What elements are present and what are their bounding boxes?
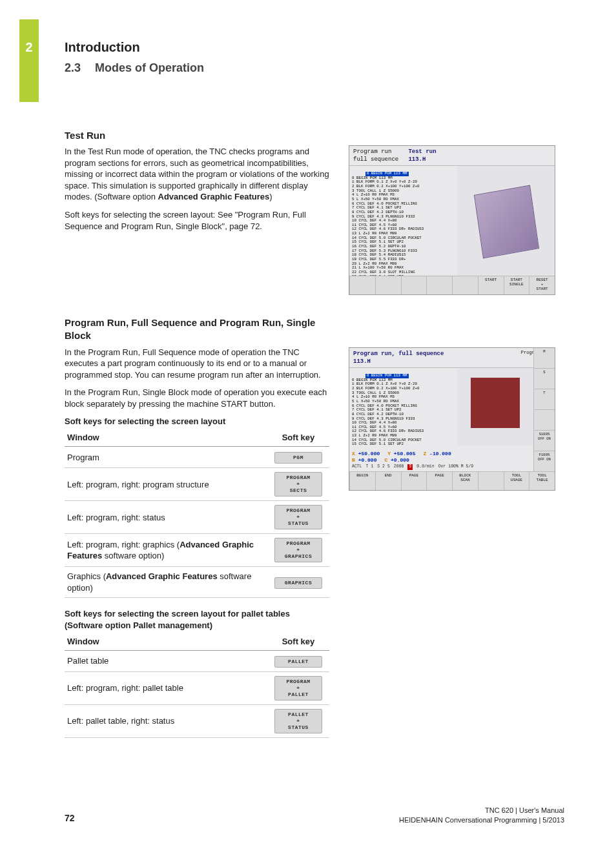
code-lines: 0 BEGIN PGM 113 MM 1 BLK FORM 0.1 Z X+0 … xyxy=(352,378,424,446)
softkey-page-up[interactable]: PAGE xyxy=(401,472,427,490)
side-key-s[interactable]: S xyxy=(534,369,555,389)
softkey-program-pallet[interactable]: PROGRAM + PALLET xyxy=(274,676,322,701)
th-softkey: Soft key xyxy=(267,633,329,651)
chapter-number: 2 xyxy=(19,39,39,56)
section-number: 2.3 xyxy=(65,60,92,76)
table-row: Left: program, right: pallet table PROGR… xyxy=(65,672,329,705)
status-row: ACTL T 1 S 2 5 2000 S 0.0/min Ovr 100% M… xyxy=(349,464,533,471)
softkey-start-single[interactable]: START SINGLE xyxy=(504,276,529,294)
side-key-m[interactable]: M xyxy=(534,348,555,369)
softkey-graphics[interactable]: GRAPHICS xyxy=(274,577,322,589)
mode-label: Program run full sequence xyxy=(353,148,405,163)
section-title: Modes of Operation xyxy=(95,61,204,74)
table-row: Left: program, right: graphics (Advanced… xyxy=(65,534,329,567)
screenshot-program-run: Program run, full sequence 113.H Program… xyxy=(349,347,555,491)
text-bold: Advanced Graphic Features xyxy=(158,192,270,201)
cell-window: Graphics (Advanced Graphic Features soft… xyxy=(65,567,267,598)
table-row: Left: pallet table, right: status PALLET… xyxy=(65,705,329,738)
program-run-para2: In the Program Run, Single Block mode of… xyxy=(65,387,329,409)
softkey-pallet-status[interactable]: PALLET + STATUS xyxy=(274,709,322,733)
softkey-program-status[interactable]: PROGRAM + STATUS xyxy=(274,505,322,529)
softkey-end[interactable]: END xyxy=(375,472,401,490)
softkey-program-graphics[interactable]: PROGRAM + GRAPHICS xyxy=(274,538,322,562)
softkey[interactable] xyxy=(426,276,452,294)
table-row: Left: program, right: status PROGRAM + S… xyxy=(65,501,329,534)
cell-window: Left: program, right: status xyxy=(65,501,267,534)
heading-program-run: Program Run, Full Sequence and Program R… xyxy=(65,316,329,343)
page-header: Introduction 2.3 Modes of Operation xyxy=(65,39,204,76)
softkey-row: BEGIN END PAGE PAGE BLOCK SCAN TOOL USAG… xyxy=(349,471,555,490)
table-pallet-layout: Window Soft key Pallet table PALLET Left… xyxy=(65,633,329,739)
test-run-para1: In the Test Run mode of operation, the T… xyxy=(65,146,329,203)
table-row: Left: program, right: program structure … xyxy=(65,468,329,501)
workpiece-isometric xyxy=(474,185,539,259)
page-footer: 72 TNC 620 | User's Manual HEIDENHAIN Co… xyxy=(65,806,564,824)
th-window: Window xyxy=(65,429,267,447)
cell-window: Left: pallet table, right: status xyxy=(65,705,267,738)
softkey-tool-usage[interactable]: TOOL USAGE xyxy=(504,472,529,490)
screenshot-test-run: Program run full sequence Test run 113.H… xyxy=(349,145,555,295)
softkey-pgm[interactable]: PGM xyxy=(274,452,322,464)
softkey-reset-start[interactable]: RESET + START xyxy=(529,276,555,294)
table2-caption: Soft keys for selecting the screen layou… xyxy=(65,608,329,631)
table-row: Program PGM xyxy=(65,447,329,468)
footer-text: TNC 620 | User's Manual HEIDENHAIN Conve… xyxy=(399,806,564,824)
cell-window: Left: program, right: graphics (Advanced… xyxy=(65,534,267,567)
text: ) xyxy=(269,192,272,201)
softkey-row: START START SINGLE RESET + START xyxy=(349,276,555,294)
side-key-s100[interactable]: S100% OFF ON xyxy=(534,431,555,451)
test-run-para2: Soft keys for selecting the screen layou… xyxy=(65,209,329,232)
side-key-f100[interactable]: F100% OFF ON xyxy=(534,451,555,472)
workpiece-top xyxy=(471,378,519,428)
screenshot-title: Program run, full sequence xyxy=(353,351,444,357)
screenshot-file: 113.H xyxy=(408,156,426,163)
screenshot-titlebar: Program run, full sequence 113.H Program… xyxy=(349,348,555,368)
section-program-run: Program Run, Full Sequence and Program R… xyxy=(65,316,329,748)
cell-window: Pallet table xyxy=(65,651,267,672)
softkey[interactable] xyxy=(478,472,504,490)
softkey-page-down[interactable]: PAGE xyxy=(426,472,452,490)
screenshot-file: 113.H xyxy=(353,358,371,365)
chapter-bar xyxy=(19,19,39,102)
softkey-tool-table[interactable]: TOOL TABLE xyxy=(529,472,555,490)
cell-window: Left: program, right: pallet table xyxy=(65,672,267,705)
softkey-program-sects[interactable]: PROGRAM + SECTS xyxy=(274,472,322,496)
screenshot-title: Test run xyxy=(408,148,436,155)
graphic-top-view xyxy=(457,368,534,445)
graphic-3d-preview: 00:01:50 F MAX xyxy=(457,166,555,282)
side-key[interactable] xyxy=(534,410,555,431)
softkey[interactable] xyxy=(375,276,401,294)
section-heading: 2.3 Modes of Operation xyxy=(65,60,204,76)
softkey-begin[interactable]: BEGIN xyxy=(349,472,375,490)
nc-code-listing: 0 BEGIN PGM 113 MM 0 BEGIN PGM 113 MM 1 … xyxy=(349,166,457,282)
th-window: Window xyxy=(65,633,267,651)
table-screen-layout: Window Soft key Program PGM Left: progra… xyxy=(65,429,329,598)
cell-window: Program xyxy=(65,447,267,468)
softkey[interactable] xyxy=(349,276,375,294)
softkey[interactable] xyxy=(452,276,478,294)
th-softkey: Soft key xyxy=(267,429,329,447)
side-key-t[interactable]: T xyxy=(534,389,555,410)
heading-test-run: Test Run xyxy=(65,129,329,142)
page-number: 72 xyxy=(65,812,75,824)
softkey-start[interactable]: START xyxy=(478,276,504,294)
section-test-run: Test Run In the Test Run mode of operati… xyxy=(65,129,329,238)
softkey[interactable] xyxy=(401,276,427,294)
table1-caption: Soft keys for selecting the screen layou… xyxy=(65,416,329,427)
screenshot-titlebar: Program run full sequence Test run 113.H xyxy=(349,146,555,166)
cell-window: Left: program, right: program structure xyxy=(65,468,267,501)
program-run-para1: In the Program Run, Full Sequence mode o… xyxy=(65,347,329,381)
table-row: Pallet table PALLET xyxy=(65,651,329,672)
softkey-block-scan[interactable]: BLOCK SCAN xyxy=(452,472,478,490)
nc-code-listing: 0 BEGIN PGM 113 MM 0 BEGIN PGM 113 MM 1 … xyxy=(349,368,457,445)
side-softkeys: M S T S100% OFF ON F100% OFF ON xyxy=(533,348,555,472)
code-lines: 0 BEGIN PGM 113 MM 1 BLK FORM 0.1 Z X+0 … xyxy=(352,176,424,283)
table-row: Graphics (Advanced Graphic Features soft… xyxy=(65,567,329,598)
softkey-pallet[interactable]: PALLET xyxy=(274,656,322,668)
chapter-title: Introduction xyxy=(65,39,204,56)
